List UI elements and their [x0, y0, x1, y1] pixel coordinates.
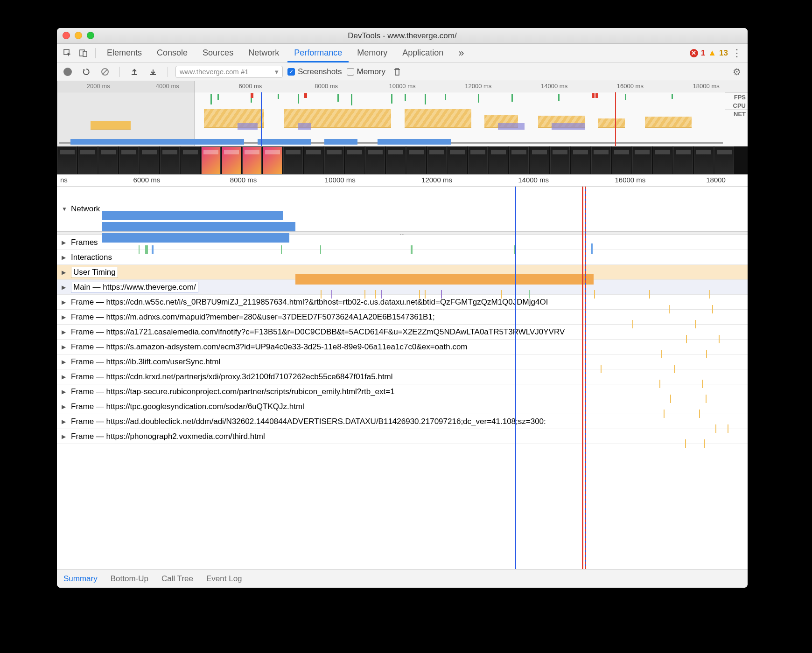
- flamechart-lanes[interactable]: ▼ Network ⋯ ▶ Frames ▶ Interactions: [57, 187, 748, 569]
- clear-button[interactable]: [98, 65, 112, 79]
- disclosure-triangle-icon[interactable]: ▶: [62, 359, 68, 365]
- details-tab-bottomup[interactable]: Bottom-Up: [111, 574, 148, 584]
- timeline-overview[interactable]: 2000 ms 4000 ms 6000 ms 8000 ms 10000 ms…: [57, 81, 748, 146]
- lane-frame-row[interactable]: ▶Frame — https://phonograph2.voxmedia.co…: [57, 429, 748, 444]
- disclosure-triangle-icon[interactable]: ▶: [62, 374, 68, 380]
- details-tab-eventlog[interactable]: Event Log: [206, 574, 242, 584]
- lane-interactions-label: Interactions: [71, 253, 112, 262]
- console-error-badge[interactable]: ✕ 1 ▲ 13: [690, 48, 728, 58]
- svg-rect-2: [83, 51, 87, 56]
- overview-track-labels: FPS CPU NET: [725, 92, 748, 118]
- record-button[interactable]: [61, 65, 75, 79]
- overview-label-fps: FPS: [725, 92, 748, 101]
- memory-checkbox[interactable]: Memory: [347, 67, 385, 76]
- perf-toolbar: www.theverge.com #1 ▾ ✓ Screenshots Memo…: [57, 63, 748, 81]
- frame-row-label: Frame — https://tpc.googlesyndication.co…: [71, 402, 304, 411]
- lane-network-label: Network: [71, 204, 100, 214]
- close-window-button[interactable]: [63, 32, 70, 39]
- frame-row-label: Frame — https://cdn.krxd.net/partnerjs/x…: [71, 372, 393, 382]
- disclosure-triangle-icon[interactable]: ▼: [62, 206, 68, 212]
- disclosure-triangle-icon[interactable]: ▶: [62, 418, 68, 425]
- tab-memory[interactable]: Memory: [350, 44, 394, 63]
- lane-main-label: Main — https://www.theverge.com/: [71, 282, 198, 293]
- frame-row-label: Frame — https://a1721.casalemedia.com/if…: [71, 327, 565, 337]
- disclosure-triangle-icon[interactable]: ▶: [62, 254, 68, 261]
- overview-tracks: [57, 92, 725, 146]
- overview-label-cpu: CPU: [725, 101, 748, 109]
- frame-row-label: Frame — https://m.adnxs.com/mapuid?membe…: [71, 313, 435, 322]
- disclosure-triangle-icon[interactable]: ▶: [62, 239, 68, 246]
- chevron-down-icon: ▾: [275, 68, 279, 76]
- delete-profile-icon[interactable]: [390, 65, 404, 79]
- upload-profile-icon[interactable]: [127, 65, 141, 79]
- device-toolbar-icon[interactable]: [77, 46, 91, 60]
- tab-elements[interactable]: Elements: [100, 44, 148, 63]
- screenshot-filmstrip[interactable]: [57, 146, 748, 174]
- recording-select-label: www.theverge.com #1: [180, 68, 249, 76]
- lane-frame-row[interactable]: ▶Frame — https://tap-secure.rubiconproje…: [57, 384, 748, 399]
- tab-performance[interactable]: Performance: [287, 44, 349, 63]
- minimize-window-button[interactable]: [75, 32, 82, 39]
- lane-network[interactable]: ▼ Network: [57, 187, 748, 231]
- lane-user-timing-label: User Timing: [71, 267, 118, 278]
- tabs-overflow-button[interactable]: »: [452, 44, 470, 63]
- error-icon: ✕: [690, 49, 698, 57]
- disclosure-triangle-icon[interactable]: ▶: [62, 403, 68, 410]
- tab-sources[interactable]: Sources: [196, 44, 240, 63]
- checkbox-off-icon: [347, 68, 354, 76]
- disclosure-triangle-icon[interactable]: ▶: [62, 299, 68, 306]
- lane-frame-row[interactable]: ▶Frame — https://tpc.googlesyndication.c…: [57, 399, 748, 414]
- screenshots-label: Screenshots: [298, 67, 342, 76]
- tab-console[interactable]: Console: [150, 44, 194, 63]
- recording-select[interactable]: www.theverge.com #1 ▾: [175, 66, 283, 78]
- disclosure-triangle-icon[interactable]: ▶: [62, 284, 68, 291]
- details-tab-summary[interactable]: Summary: [63, 574, 98, 584]
- kebab-menu-icon[interactable]: ⋮: [730, 46, 744, 60]
- lane-frame-row[interactable]: ▶Frame — https://cdn.w55c.net/i/s_0RB7U9…: [57, 295, 748, 310]
- detail-ruler[interactable]: ns 6000 ms 8000 ms 10000 ms 12000 ms 140…: [57, 174, 748, 187]
- download-profile-icon[interactable]: [146, 65, 160, 79]
- lane-frame-row[interactable]: ▶Frame — https://m.adnxs.com/mapuid?memb…: [57, 310, 748, 325]
- details-tabbar: Summary Bottom-Up Call Tree Event Log: [57, 569, 748, 588]
- tab-network[interactable]: Network: [242, 44, 286, 63]
- zoom-window-button[interactable]: [87, 32, 94, 39]
- svg-line-4: [103, 69, 107, 74]
- overview-label-net: NET: [725, 109, 748, 118]
- lane-interactions[interactable]: ▶ Interactions: [57, 250, 748, 265]
- frame-row-label: Frame — https://s.amazon-adsystem.com/ec…: [71, 342, 468, 352]
- disclosure-triangle-icon[interactable]: ▶: [62, 269, 68, 276]
- lane-user-timing[interactable]: ▶ User Timing: [57, 265, 748, 280]
- lane-frame-row[interactable]: ▶Frame — https://ib.3lift.com/userSync.h…: [57, 354, 748, 369]
- disclosure-triangle-icon[interactable]: ▶: [62, 389, 68, 395]
- disclosure-triangle-icon[interactable]: ▶: [62, 329, 68, 335]
- lane-frame-row[interactable]: ▶Frame — https://ad.doubleclick.net/ddm/…: [57, 414, 748, 429]
- reload-record-button[interactable]: [79, 65, 93, 79]
- inspect-element-icon[interactable]: [61, 46, 75, 60]
- disclosure-triangle-icon[interactable]: ▶: [62, 433, 68, 440]
- frame-row-label: Frame — https://ad.doubleclick.net/ddm/a…: [71, 417, 546, 426]
- screenshots-checkbox[interactable]: ✓ Screenshots: [287, 67, 342, 76]
- checkbox-on-icon: ✓: [287, 68, 295, 76]
- lane-frames-label: Frames: [71, 238, 98, 247]
- memory-label: Memory: [357, 67, 385, 76]
- warning-count: 13: [719, 49, 728, 58]
- frame-row-label: Frame — https://ib.3lift.com/userSync.ht…: [71, 357, 220, 367]
- window-title: DevTools - www.theverge.com/: [348, 31, 456, 41]
- traffic-lights: [63, 32, 94, 39]
- lane-frame-row[interactable]: ▶Frame — https://cdn.krxd.net/partnerjs/…: [57, 369, 748, 384]
- devtools-tabbar: Elements Console Sources Network Perform…: [57, 44, 748, 63]
- disclosure-triangle-icon[interactable]: ▶: [62, 344, 68, 350]
- titlebar: DevTools - www.theverge.com/: [57, 28, 748, 44]
- details-tab-calltree[interactable]: Call Tree: [161, 574, 193, 584]
- tab-application[interactable]: Application: [396, 44, 450, 63]
- frame-row-label: Frame — https://cdn.w55c.net/i/s_0RB7U9m…: [71, 298, 548, 307]
- frame-row-label: Frame — https://tap-secure.rubiconprojec…: [71, 387, 395, 396]
- disclosure-triangle-icon[interactable]: ▶: [62, 314, 68, 320]
- warning-icon: ▲: [708, 48, 716, 58]
- settings-icon[interactable]: ⚙: [730, 65, 744, 79]
- frame-row-label: Frame — https://phonograph2.voxmedia.com…: [71, 432, 265, 441]
- lane-frame-row[interactable]: ▶Frame — https://a1721.casalemedia.com/i…: [57, 325, 748, 340]
- error-count: 1: [701, 49, 705, 58]
- lane-frame-row[interactable]: ▶Frame — https://s.amazon-adsystem.com/e…: [57, 340, 748, 354]
- devtools-window: DevTools - www.theverge.com/ Elements Co…: [57, 28, 748, 588]
